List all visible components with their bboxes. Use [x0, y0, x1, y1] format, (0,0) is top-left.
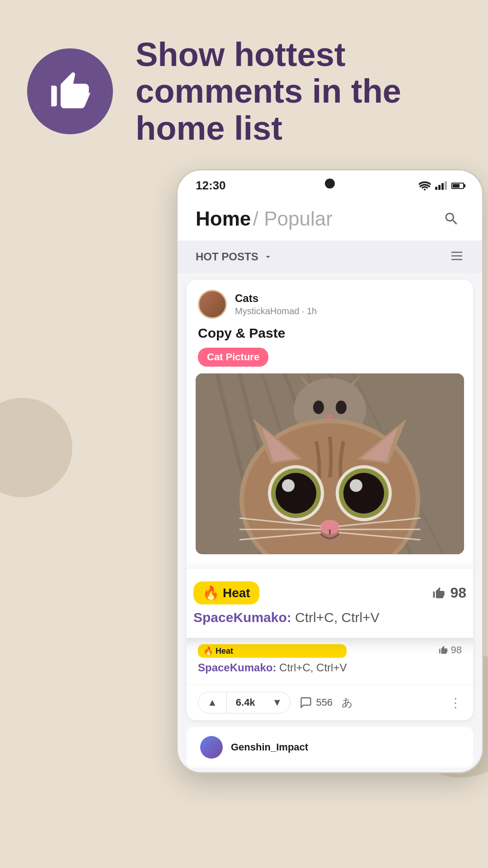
comment-likes-count: 98 — [451, 644, 462, 656]
heat-badge-large: 🔥 Heat — [193, 581, 259, 604]
upvote-button[interactable]: ▲ — [198, 692, 227, 713]
community-avatar — [198, 290, 227, 319]
nav-title-popular: Popular — [264, 208, 333, 230]
heat-comment-text: SpaceKumako: Ctrl+C, Ctrl+V — [193, 610, 466, 625]
wifi-icon — [419, 181, 431, 190]
preview-community: Genshin_Impact — [231, 741, 308, 753]
heat-comment-body: Ctrl+C, Ctrl+V — [295, 610, 380, 625]
header-section: Show hottest comments in the home list — [0, 0, 488, 169]
post-card[interactable]: Cats MystickaНomad · 1h Copy & Paste Cat… — [187, 280, 473, 720]
post-author-time: MystickaНomad · 1h — [235, 306, 462, 316]
like-icon-small — [438, 645, 448, 655]
nav-title-home: Home — [196, 208, 251, 230]
fire-icon: 🔥 — [202, 585, 219, 601]
thumbs-up-icon — [47, 69, 93, 114]
heat-likes-count: 98 — [450, 585, 466, 601]
heat-top-row: 🔥 Heat 98 — [193, 581, 466, 604]
heat-label-small: Heat — [216, 646, 233, 656]
signal-bars — [435, 181, 447, 190]
heat-likes-large: 98 — [432, 585, 466, 601]
header-title: Show hottest comments in the home list — [136, 36, 461, 146]
preview-avatar — [200, 736, 223, 759]
bg-circle-left — [0, 398, 72, 497]
comment-body: SpaceKumako: Ctrl+C, Ctrl+V — [198, 661, 347, 674]
status-icons — [419, 181, 464, 190]
community-name: Cats — [235, 292, 462, 305]
camera-dot — [325, 179, 335, 189]
svg-point-23 — [282, 479, 295, 492]
comment-likes: 98 — [438, 644, 462, 656]
like-icon — [432, 586, 446, 600]
svg-point-22 — [276, 473, 316, 514]
heat-comment-username: SpaceKumako: — [193, 610, 291, 625]
post-image — [196, 373, 464, 554]
comment-section: 🔥 Heat SpaceKumako: Ctrl+C, Ctrl+V 98 — [187, 633, 473, 682]
font-icon: あ — [342, 695, 353, 710]
comment-item: 🔥 Heat SpaceKumako: Ctrl+C, Ctrl+V 98 — [198, 641, 462, 678]
nav-title-group: Home / Popular — [196, 208, 333, 230]
post-tag[interactable]: Cat Picture — [198, 348, 268, 367]
battery-icon — [451, 183, 464, 189]
post-meta: Cats MystickaНomad · 1h — [235, 292, 462, 316]
post-header: Cats MystickaНomad · 1h — [187, 280, 473, 326]
filter-bar[interactable]: HOT POSTS — [178, 241, 482, 273]
fire-icon-small: 🔥 — [203, 646, 213, 656]
search-icon — [443, 211, 460, 227]
svg-point-26 — [343, 473, 384, 514]
svg-point-13 — [326, 414, 333, 419]
status-time: 12:30 — [196, 179, 226, 193]
nav-separator: / — [253, 208, 264, 230]
comment-username: SpaceKumako: — [198, 661, 276, 674]
status-bar: 12:30 — [178, 170, 482, 197]
more-options-button[interactable]: ⋮ — [449, 695, 462, 710]
bottom-preview-post[interactable]: Genshin_Impact — [187, 727, 473, 768]
vote-count: 6.4k — [227, 692, 264, 713]
phone-container: 12:30 — [172, 169, 488, 774]
downvote-button[interactable]: ▼ — [264, 692, 291, 713]
chevron-down-icon — [263, 252, 273, 262]
nav-bar[interactable]: Home / Popular — [178, 197, 482, 241]
svg-point-27 — [350, 479, 362, 492]
hot-posts-dropdown[interactable]: HOT POSTS — [196, 250, 273, 263]
thumbs-up-icon-circle — [27, 48, 113, 134]
phone-mockup: 12:30 — [176, 169, 483, 774]
search-button[interactable] — [439, 206, 464, 231]
author-name: MystickaНomad — [235, 306, 299, 316]
font-button[interactable]: あ — [342, 695, 353, 710]
comment-text: Ctrl+C, Ctrl+V — [279, 661, 347, 674]
comment-left: 🔥 Heat SpaceKumako: Ctrl+C, Ctrl+V — [198, 644, 347, 674]
post-time-separator: · — [302, 306, 307, 316]
heat-comment-overlay: 🔥 Heat 98 SpaceKumako: Ctrl+C, Ctrl+V — [187, 569, 473, 638]
cat-illustration — [196, 373, 464, 554]
vote-group[interactable]: ▲ 6.4k ▼ — [198, 692, 291, 713]
post-time: 1h — [307, 306, 317, 316]
comment-count: 556 — [316, 697, 333, 708]
post-actions-bar: ▲ 6.4k ▼ 556 あ ⋮ — [187, 684, 473, 720]
hot-posts-label: HOT POSTS — [196, 250, 258, 263]
svg-point-11 — [313, 401, 324, 414]
heat-badge-small: 🔥 Heat — [198, 644, 347, 658]
avatar-image — [198, 290, 227, 319]
heat-label-large: Heat — [223, 586, 250, 600]
comments-button[interactable]: 556 — [300, 696, 333, 709]
comment-icon — [300, 696, 312, 709]
heat-overlay-wrapper: 🔥 Heat 98 SpaceKumako: Ctrl+C, Ctrl+V — [187, 561, 473, 633]
layout-toggle-button[interactable] — [450, 249, 464, 265]
post-title: Copy & Paste — [187, 326, 473, 348]
layout-icon — [450, 249, 464, 263]
svg-point-12 — [336, 401, 347, 414]
